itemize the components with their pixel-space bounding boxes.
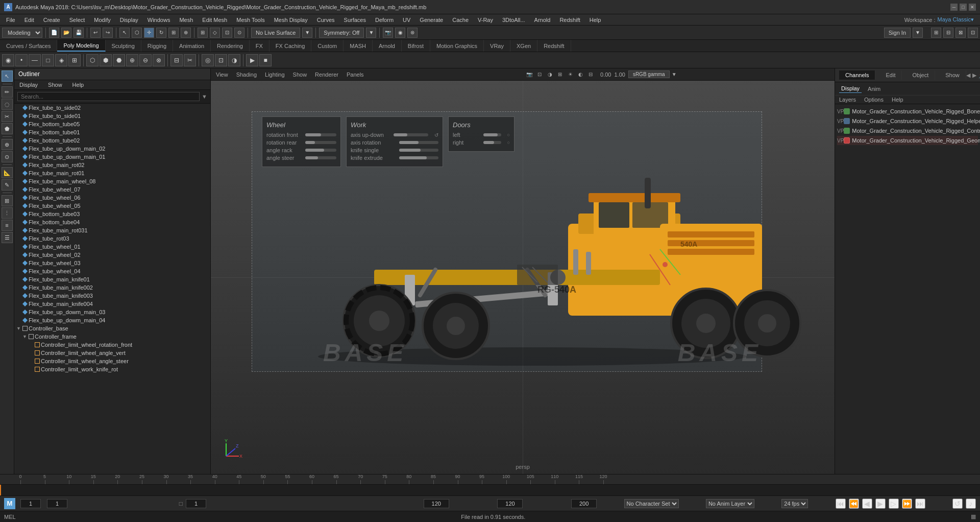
wireframe-btn[interactable]: ⊡ <box>215 54 227 66</box>
range-max-input[interactable] <box>571 499 597 508</box>
outliner-item-3[interactable]: Flex_bottom_tube01 <box>14 128 210 136</box>
rotate-tool-button[interactable]: ↻ <box>156 28 166 38</box>
outliner-item-28[interactable]: ▼Controller_frame <box>14 333 210 341</box>
menu-redshift[interactable]: Redshift <box>555 16 584 24</box>
outliner-item-21[interactable]: Flex_tube_main_knife01 <box>14 275 210 283</box>
sculpt-tool[interactable]: ◌ <box>2 99 13 110</box>
tab-motion-graphics[interactable]: Motion Graphics <box>430 40 484 52</box>
display-tab[interactable]: Display <box>839 84 862 93</box>
outliner-item-14[interactable]: Flex_bottom_tube04 <box>14 218 210 226</box>
multi-mode-btn[interactable]: ⊞ <box>68 54 81 66</box>
outliner-item-32[interactable]: Controller_limit_work_knife_rot <box>14 365 210 373</box>
paint-tool[interactable]: ✏ <box>2 86 13 98</box>
snap-curve-button[interactable]: ◇ <box>210 28 220 38</box>
ch-tab-show[interactable]: Show <box>939 70 966 80</box>
step-back-btn[interactable]: ⏪ <box>849 499 859 509</box>
select-tool-button[interactable]: ↖ <box>119 28 130 38</box>
vp-texture-icon[interactable]: ⊞ <box>555 70 565 79</box>
anim-layer-select[interactable]: No Anim Layer <box>706 499 754 508</box>
ui-timeline-btn[interactable]: ≡ <box>2 220 13 231</box>
extrude-btn[interactable]: ⬡ <box>86 54 99 66</box>
undo-button[interactable]: ↩ <box>90 28 101 38</box>
minimize-button[interactable]: ─ <box>950 4 958 11</box>
select-tool[interactable]: ↖ <box>2 70 13 82</box>
outliner-item-8[interactable]: Flex_tube_main_rot01 <box>14 169 210 177</box>
universal-manip-button[interactable]: ⊕ <box>181 28 191 38</box>
panel-layout-2[interactable]: ⊟ <box>943 28 953 38</box>
outliner-item-18[interactable]: Flex_tube_wheel_02 <box>14 251 210 259</box>
vp-shade-icon[interactable]: ◑ <box>545 70 554 79</box>
outliner-item-27[interactable]: ▼Controller_base <box>14 324 210 333</box>
close-button[interactable]: ✕ <box>969 4 976 11</box>
outliner-menu-help[interactable]: Help <box>67 80 89 89</box>
menu-create[interactable]: Create <box>39 16 64 24</box>
vp-light-icon[interactable]: ☀ <box>566 70 575 79</box>
render-button[interactable]: ◉ <box>395 28 405 38</box>
tab-vray[interactable]: VRay <box>484 40 510 52</box>
current-frame-input[interactable] <box>20 499 41 508</box>
outliner-item-1[interactable]: Flex_tube_to_side01 <box>14 112 210 120</box>
move-joint-tool[interactable]: ⊕ <box>2 139 13 150</box>
loop-cut-btn[interactable]: ⊟ <box>170 54 183 66</box>
tab-mash[interactable]: MASH <box>344 40 373 52</box>
bevel-btn[interactable]: ⬣ <box>113 54 125 66</box>
ch-nav-right-icon[interactable]: ▶ <box>972 72 976 79</box>
lasso-tool-button[interactable]: ⬡ <box>132 28 142 38</box>
no-live-surface-button[interactable]: No Live Surface <box>251 28 300 38</box>
menu-generate[interactable]: Generate <box>415 16 447 24</box>
tab-poly-modeling[interactable]: Poly Modeling <box>57 40 105 52</box>
outliner-item-4[interactable]: Flex_bottom_tube02 <box>14 136 210 145</box>
ui-grid-btn[interactable]: ⊞ <box>2 195 13 206</box>
ipr-button[interactable]: ⊛ <box>407 28 418 38</box>
playback-start-input[interactable] <box>47 499 67 508</box>
face-mode-btn[interactable]: □ <box>42 54 54 66</box>
vp-shading-menu[interactable]: Shading <box>233 70 260 79</box>
anim-tab[interactable]: Anim <box>866 85 883 93</box>
vp-panels-menu[interactable]: Panels <box>344 70 367 79</box>
char-set-select[interactable]: No Character Set <box>624 499 679 508</box>
vertex-mode-btn[interactable]: • <box>15 54 28 66</box>
vp-shadow-icon[interactable]: ◐ <box>576 70 585 79</box>
edge-mode-btn[interactable]: — <box>29 54 41 66</box>
menu-mesh-display[interactable]: Mesh Display <box>270 16 312 24</box>
workspace-selector[interactable]: Workspace : Maya Classic▾ <box>904 16 974 23</box>
tab-fx-caching[interactable]: FX Caching <box>270 40 311 52</box>
range-end-input[interactable] <box>424 499 449 508</box>
loop-btn[interactable]: ↺ <box>952 499 963 509</box>
tab-rendering[interactable]: Rendering <box>211 40 250 52</box>
menu-curves[interactable]: Curves <box>313 16 339 24</box>
outliner-item-10[interactable]: Flex_tube_wheel_07 <box>14 185 210 194</box>
uv-mode-btn[interactable]: ◈ <box>55 54 67 66</box>
select-mode-btn[interactable]: ◉ <box>2 54 14 66</box>
outliner-menu-display[interactable]: Display <box>14 80 43 89</box>
lasso-tool[interactable]: ⬟ <box>2 123 13 134</box>
ch-sub-help[interactable]: Help <box>888 96 908 104</box>
menu-mesh-tools[interactable]: Mesh Tools <box>232 16 268 24</box>
jump-end-btn[interactable]: ⏭ <box>915 499 925 509</box>
play-btn[interactable]: ▶ <box>875 499 886 509</box>
ch-tab-object[interactable]: Object <box>906 70 935 80</box>
fps-select[interactable]: 24 fps <box>781 499 808 508</box>
menu-edit-mesh[interactable]: Edit Mesh <box>198 16 231 24</box>
prev-frame-btn[interactable]: ◀ <box>862 499 872 509</box>
jump-start-btn[interactable]: ⏮ <box>836 499 846 509</box>
multi-cut-btn[interactable]: ✂ <box>184 54 196 66</box>
snap-surface-button[interactable]: ⊙ <box>234 28 244 38</box>
tab-sculpting[interactable]: Sculpting <box>106 40 141 52</box>
snap-tool[interactable]: ⊙ <box>2 151 13 162</box>
vp-view-menu[interactable]: View <box>213 70 231 79</box>
menu-modify[interactable]: Modify <box>90 16 114 24</box>
menu-cache[interactable]: Cache <box>448 16 473 24</box>
extract-btn[interactable]: ⊗ <box>153 54 165 66</box>
redo-button[interactable]: ↪ <box>103 28 113 38</box>
ch-sub-options[interactable]: Options <box>860 96 888 104</box>
outliner-item-5[interactable]: Flex_tube_up_dowm_main_02 <box>14 145 210 153</box>
vp-wireframe-icon[interactable]: ⊡ <box>535 70 544 79</box>
tab-fx[interactable]: FX <box>250 40 270 52</box>
outliner-item-25[interactable]: Flex_tube_up_dowm_main_03 <box>14 308 210 316</box>
live-surface-arrow[interactable]: ▼ <box>302 28 312 38</box>
playhead[interactable] <box>0 485 1 495</box>
menu-vray[interactable]: V-Ray <box>474 16 497 24</box>
outliner-item-31[interactable]: Controller_limit_wheel_angle_steer <box>14 357 210 365</box>
menu-surfaces[interactable]: Surfaces <box>340 16 370 24</box>
